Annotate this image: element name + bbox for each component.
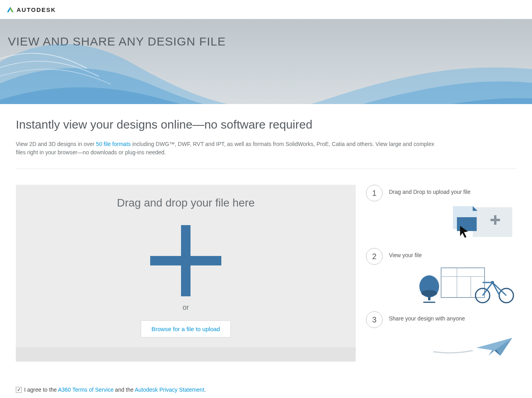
divider: [16, 169, 516, 169]
browse-file-button[interactable]: Browse for a file to upload: [141, 320, 230, 337]
agree-prefix: I agree to the: [24, 387, 58, 393]
subtext-before: View 2D and 3D designs in over: [16, 141, 96, 147]
svg-rect-1: [150, 256, 221, 265]
hero-title: VIEW AND SHARE ANY DESIGN FILE: [8, 35, 532, 48]
svg-marker-6: [457, 217, 477, 231]
step-3-label: Share your design with anyone: [389, 315, 516, 322]
step-1: 1 Drag and Drop to upload your file: [366, 185, 516, 244]
step-2: 2 View your file: [366, 248, 516, 307]
main-content: Instantly view your designs online—no so…: [0, 104, 532, 393]
step-1-label: Drag and Drop to upload your file: [389, 189, 516, 195]
svg-rect-14: [428, 296, 430, 300]
dropzone-title: Drag and drop your file here: [117, 197, 255, 209]
agree-middle: and the: [113, 387, 135, 393]
agree-suffix: .: [204, 387, 206, 393]
privacy-link[interactable]: Autodesk Privacy Statement: [135, 387, 204, 393]
svg-rect-2: [473, 207, 512, 237]
autodesk-logo-text: AUTODESK: [17, 6, 56, 13]
step-1-illustration: [389, 201, 516, 241]
upload-dropzone[interactable]: Drag and drop your file here or Browse f…: [16, 185, 356, 362]
plus-icon: [150, 225, 221, 296]
step-3: 3 Share your design with anyone: [366, 311, 516, 371]
step-2-number: 2: [366, 248, 383, 265]
agree-text: I agree to the A360 Terms of Service and…: [24, 387, 206, 393]
svg-rect-4: [494, 215, 496, 225]
hero-banner: VIEW AND SHARE ANY DESIGN FILE: [0, 19, 532, 104]
step-3-illustration: [389, 328, 516, 368]
file-formats-link[interactable]: 50 file formats: [96, 141, 131, 147]
or-text: or: [183, 303, 189, 312]
page-subtext: View 2D and 3D designs in over 50 file f…: [16, 140, 435, 157]
step-3-number: 3: [366, 311, 383, 328]
step-2-label: View your file: [389, 252, 516, 258]
step-1-number: 1: [366, 185, 383, 201]
page-headline: Instantly view your designs online—no so…: [16, 118, 516, 131]
agree-row: I agree to the A360 Terms of Service and…: [16, 387, 516, 393]
tos-link[interactable]: A360 Terms of Service: [58, 387, 114, 393]
header: AUTODESK: [0, 0, 532, 19]
steps-panel: 1 Drag and Drop to upload your file: [366, 185, 516, 375]
agree-checkbox[interactable]: [16, 387, 22, 393]
svg-point-18: [491, 281, 494, 284]
hero-wave-graphic: [0, 19, 532, 104]
svg-rect-8: [441, 268, 485, 298]
svg-point-13: [421, 290, 437, 296]
autodesk-logo[interactable]: AUTODESK: [6, 6, 56, 13]
columns: Drag and drop your file here or Browse f…: [16, 185, 516, 375]
step-2-illustration: [389, 265, 516, 304]
dropzone-footer: [16, 347, 356, 362]
autodesk-logo-icon: [6, 6, 14, 13]
